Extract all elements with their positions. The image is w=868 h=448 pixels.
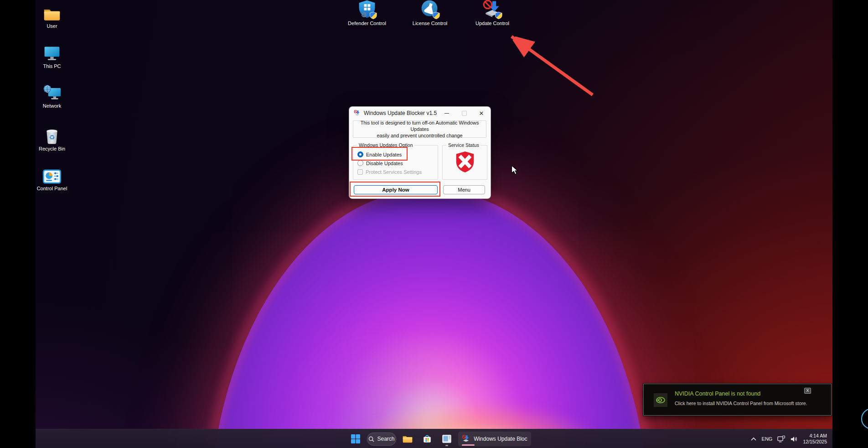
updates-option-group: Windows Updates Option Enable Updates Di…	[353, 145, 438, 180]
search-icon	[368, 436, 374, 442]
service-status-group: Service Status	[442, 145, 487, 180]
file-explorer-button[interactable]	[399, 431, 416, 447]
start-button[interactable]	[347, 431, 364, 447]
disable-updates-radio[interactable]: Disable Updates	[357, 159, 436, 167]
protect-services-checkbox: Protect Services Settings	[357, 167, 436, 176]
protect-services-label: Protect Services Settings	[366, 169, 422, 175]
language-indicator[interactable]: ENG	[762, 436, 773, 442]
windows-logo-icon	[351, 434, 361, 444]
microsoft-store-button[interactable]	[419, 431, 435, 447]
desktop-icon-this-pc[interactable]: This PC	[36, 44, 68, 69]
svg-text:♻: ♻	[49, 134, 55, 141]
nvidia-notification[interactable]: NVIDIA Control Panel is not found Click …	[643, 384, 832, 416]
volume-tray-icon[interactable]	[790, 436, 798, 443]
service-status-group-label: Service Status	[446, 142, 481, 148]
notification-close-icon[interactable]: X	[804, 388, 811, 394]
enable-updates-label: Enable Updates	[366, 152, 402, 157]
desktop-icon-label: User	[46, 23, 57, 29]
dialog-description-line2: easily and prevent uncontrolled change	[377, 132, 463, 139]
search-box[interactable]: Search	[367, 432, 396, 446]
open-app-window-button[interactable]	[439, 431, 455, 447]
desktop-icon-label: Defender Control	[348, 21, 386, 26]
folder-icon	[43, 4, 61, 22]
nvidia-logo-icon	[654, 393, 667, 407]
notification-subtitle[interactable]: Click here to install NVIDIA Control Pan…	[675, 401, 807, 406]
tray-chevron-up-icon[interactable]	[750, 437, 757, 441]
radio-unselected-icon[interactable]	[357, 160, 363, 166]
notification-title[interactable]: NVIDIA Control Panel is not found	[675, 391, 760, 397]
desktop-icon-label: Update Control	[475, 21, 509, 26]
dialog-title: Windows Update Blocker v1.5	[364, 110, 437, 116]
desktop-icon-label: Network	[43, 103, 61, 109]
update-blocker-taskbar-icon	[462, 434, 470, 443]
desktop-icon-label: Control Panel	[37, 186, 67, 191]
menu-button[interactable]: Menu	[443, 185, 485, 194]
enable-updates-radio[interactable]: Enable Updates	[357, 150, 436, 159]
radio-selected-icon[interactable]	[357, 151, 363, 157]
search-label: Search	[377, 436, 394, 442]
maximize-button	[460, 109, 468, 117]
dialog-description-line1: This tool is designed to turn off-on Aut…	[353, 120, 486, 132]
checkbox-disabled-icon	[357, 169, 363, 175]
service-status-shield-icon	[455, 151, 475, 174]
dialog-description: This tool is designed to turn off-on Aut…	[353, 120, 486, 138]
defender-shield-icon: ⚙	[357, 1, 377, 19]
desktop-icon-update-control[interactable]: Update Control	[473, 1, 512, 26]
microsoft-store-icon	[422, 434, 432, 444]
desktop-icon-license-control[interactable]: License Control	[411, 1, 449, 26]
desktop-icon-label: Recycle Bin	[39, 146, 65, 151]
file-explorer-icon	[402, 434, 413, 443]
apply-now-button[interactable]: Apply Now	[354, 185, 438, 194]
recording-overlay-circle	[861, 408, 868, 429]
monitor-icon	[43, 44, 61, 62]
license-flask-icon	[420, 1, 440, 19]
desktop-icon-network[interactable]: Network	[36, 83, 68, 109]
network-icon	[42, 83, 62, 102]
update-blocker-icon	[482, 1, 502, 19]
screen: User This PC Network ♻ Recycle Bin Contr…	[0, 0, 868, 448]
updates-option-group-label: Windows Updates Option	[357, 142, 414, 148]
control-panel-icon	[42, 166, 62, 184]
desktop-icon-label: License Control	[413, 21, 447, 26]
active-app-indicator	[462, 444, 475, 446]
clock[interactable]: 4:14 AM 12/15/2025	[803, 433, 827, 445]
taskbar-windows-update-blocker-button[interactable]: Windows Update Blocke	[458, 432, 531, 446]
svg-text:⚙: ⚙	[361, 11, 367, 19]
taskbar: Search Windows Update Blocke	[36, 429, 832, 448]
desktop-icon-label: This PC	[43, 63, 61, 69]
recycle-bin-icon: ♻	[44, 126, 60, 145]
minimize-button[interactable]	[443, 109, 450, 117]
dialog-titlebar[interactable]: Windows Update Blocker v1.5 ✕	[349, 107, 491, 120]
desktop[interactable]: User This PC Network ♻ Recycle Bin Contr…	[36, 0, 832, 448]
desktop-icon-control-panel[interactable]: Control Panel	[36, 166, 68, 191]
close-button[interactable]: ✕	[478, 109, 485, 117]
tray-time: 4:14 AM	[803, 433, 827, 439]
taskbar-app-label: Windows Update Blocke	[474, 436, 527, 442]
desktop-icon-user[interactable]: User	[36, 4, 68, 29]
network-tray-icon[interactable]	[777, 436, 785, 443]
desktop-icon-recycle-bin[interactable]: ♻ Recycle Bin	[36, 126, 68, 151]
desktop-icon-defender-control[interactable]: ⚙ Defender Control	[348, 1, 386, 26]
update-blocker-window-icon	[354, 110, 361, 117]
windows-update-blocker-dialog: Windows Update Blocker v1.5 ✕ This tool …	[349, 106, 491, 199]
tray-date: 12/15/2025	[803, 439, 827, 445]
app-window-icon	[442, 434, 452, 443]
running-indicator	[445, 445, 448, 446]
disable-updates-label: Disable Updates	[366, 161, 403, 166]
